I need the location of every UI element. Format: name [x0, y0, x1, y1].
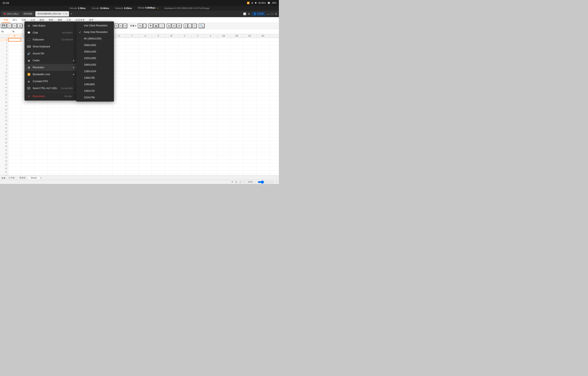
spreadsheet-cell[interactable] — [34, 108, 47, 111]
spreadsheet-cell[interactable] — [256, 93, 270, 97]
spreadsheet-cell[interactable] — [100, 170, 113, 174]
spreadsheet-cell[interactable] — [191, 78, 204, 82]
spreadsheet-cell[interactable] — [217, 148, 230, 152]
spreadsheet-cell[interactable] — [165, 108, 178, 111]
spreadsheet-cell[interactable] — [60, 130, 74, 133]
spreadsheet-cell[interactable] — [256, 163, 270, 166]
minimize-btn[interactable]: — — [267, 12, 270, 16]
spreadsheet-cell[interactable] — [230, 163, 243, 166]
align-left[interactable]: ≡ — [114, 23, 118, 28]
spreadsheet-cell[interactable] — [152, 170, 165, 174]
spreadsheet-cell[interactable] — [34, 152, 47, 155]
spreadsheet-cell[interactable] — [178, 152, 191, 155]
spreadsheet-cell[interactable] — [34, 163, 47, 166]
cell-reference[interactable]: A1 — [1, 30, 11, 33]
spreadsheet-cell[interactable] — [230, 152, 243, 155]
spreadsheet-cell[interactable] — [217, 89, 230, 93]
sheet-tab-datasource[interactable]: 数据源 — [18, 176, 28, 180]
spreadsheet-cell[interactable] — [126, 93, 139, 97]
spreadsheet-cell[interactable] — [74, 115, 87, 119]
spreadsheet-cell[interactable] — [152, 82, 165, 86]
spreadsheet-cell[interactable] — [243, 89, 256, 93]
spreadsheet-cell[interactable] — [74, 130, 87, 133]
spreadsheet-cell[interactable] — [100, 119, 113, 122]
spreadsheet-cell[interactable] — [204, 86, 217, 89]
col-header-s[interactable]: S — [113, 34, 126, 38]
spreadsheet-cell[interactable] — [21, 134, 34, 137]
spreadsheet-cell[interactable] — [152, 156, 165, 159]
spreadsheet-cell[interactable] — [34, 159, 47, 163]
spreadsheet-cell[interactable] — [139, 119, 152, 122]
spreadsheet-cell[interactable] — [8, 75, 21, 78]
spreadsheet-cell[interactable] — [74, 152, 87, 155]
spreadsheet-cell[interactable] — [139, 141, 152, 144]
spreadsheet-cell[interactable] — [21, 145, 34, 148]
spreadsheet-cell[interactable] — [217, 126, 230, 130]
view-full[interactable]: ⛶ — [243, 181, 246, 183]
spreadsheet-cell[interactable] — [126, 145, 139, 148]
spreadsheet-cell[interactable] — [165, 93, 178, 97]
spreadsheet-cell[interactable] — [126, 104, 139, 108]
spreadsheet-cell[interactable] — [152, 89, 165, 93]
spreadsheet-cell[interactable] — [256, 152, 270, 155]
spreadsheet-cell[interactable] — [217, 174, 230, 175]
spreadsheet-cell[interactable] — [126, 141, 139, 144]
spreadsheet-cell[interactable] — [126, 126, 139, 130]
spreadsheet-cell[interactable] — [217, 137, 230, 141]
spreadsheet-cell[interactable] — [217, 71, 230, 75]
spreadsheet-cell[interactable] — [152, 167, 165, 170]
spreadsheet-cell[interactable] — [139, 167, 152, 170]
row-number[interactable]: 11 — [0, 75, 8, 78]
spreadsheet-cell[interactable] — [178, 56, 191, 60]
spreadsheet-cell[interactable] — [60, 170, 74, 174]
spreadsheet-cell[interactable] — [60, 108, 74, 111]
spreadsheet-cell[interactable] — [100, 108, 113, 111]
spreadsheet-cell[interactable] — [191, 170, 204, 174]
spreadsheet-cell[interactable] — [152, 141, 165, 144]
spreadsheet-cell[interactable] — [256, 134, 270, 137]
spreadsheet-cell[interactable] — [113, 141, 126, 144]
spreadsheet-cell[interactable] — [230, 97, 243, 100]
spreadsheet-cell[interactable] — [152, 111, 165, 115]
spreadsheet-cell[interactable] — [113, 119, 126, 122]
spreadsheet-cell[interactable] — [191, 145, 204, 148]
spreadsheet-cell[interactable] — [21, 148, 34, 152]
spreadsheet-cell[interactable] — [191, 126, 204, 130]
spreadsheet-cell[interactable] — [60, 156, 74, 159]
spreadsheet-cell[interactable] — [113, 75, 126, 78]
spreadsheet-cell[interactable] — [126, 38, 139, 42]
insert-btn[interactable]: ⊕ — [167, 23, 171, 28]
spreadsheet-cell[interactable] — [113, 45, 126, 49]
spreadsheet-cell[interactable] — [165, 53, 178, 56]
spreadsheet-cell[interactable] — [21, 174, 34, 175]
spreadsheet-cell[interactable] — [256, 78, 270, 82]
row-number[interactable]: 24 — [0, 123, 8, 126]
spreadsheet-cell[interactable] — [191, 93, 204, 97]
spreadsheet-cell[interactable] — [74, 108, 87, 111]
spreadsheet-cell[interactable] — [126, 100, 139, 104]
row-number[interactable]: 12 — [0, 78, 8, 82]
spreadsheet-cell[interactable] — [191, 148, 204, 152]
spreadsheet-cell[interactable] — [243, 152, 256, 155]
spreadsheet-cell[interactable] — [113, 82, 126, 86]
spreadsheet-cell[interactable] — [126, 174, 139, 175]
spreadsheet-cell[interactable] — [152, 64, 165, 67]
col-header-ab[interactable]: AB — [230, 34, 243, 38]
spreadsheet-cell[interactable] — [47, 156, 60, 159]
menu-item-disconnect[interactable]: Disconnect Ctrl+Alt+` — [24, 93, 77, 100]
spreadsheet-cell[interactable] — [74, 126, 87, 130]
window-icon-2[interactable]: ⚙ — [248, 12, 250, 15]
row-number[interactable]: 32 — [0, 152, 8, 155]
spreadsheet-cell[interactable] — [256, 75, 270, 78]
spreadsheet-cell[interactable] — [230, 126, 243, 130]
spreadsheet-cell[interactable] — [243, 170, 256, 174]
spreadsheet-cell[interactable] — [8, 126, 21, 130]
menu-item-hide-button[interactable]: Hide Button — [24, 22, 77, 29]
spreadsheet-cell[interactable] — [21, 130, 34, 133]
spreadsheet-cell[interactable] — [256, 111, 270, 115]
spreadsheet-cell[interactable] — [243, 75, 256, 78]
spreadsheet-cell[interactable] — [165, 71, 178, 75]
spreadsheet-cell[interactable] — [217, 38, 230, 42]
spreadsheet-cell[interactable] — [113, 134, 126, 137]
spreadsheet-cell[interactable] — [165, 64, 178, 67]
